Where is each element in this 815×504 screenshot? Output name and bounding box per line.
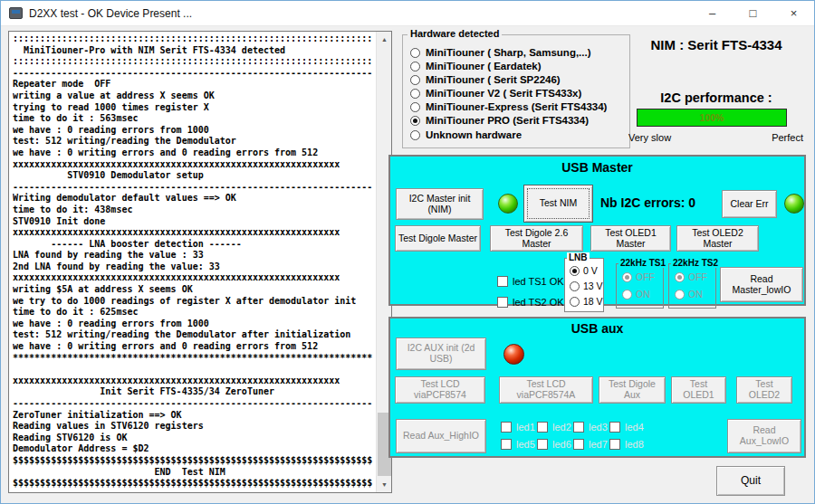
radio-icon [570, 281, 580, 291]
lnb-13v-radio[interactable]: 13 V [570, 281, 603, 291]
led-ts2-ok-label: led TS2 OK [513, 297, 564, 308]
i2c-performance-value: 100% [700, 112, 724, 123]
led1-checkbox[interactable]: led1 [501, 422, 535, 433]
read-aux-highio-button[interactable]: Read Aux_HighIO [396, 419, 486, 453]
led1-label: led1 [516, 422, 535, 433]
usb-aux-title: USB aux [390, 321, 804, 336]
i2c-performance-bar: 100% [637, 109, 787, 127]
tone-ts1-title: 22kHz TS1 [618, 258, 667, 268]
scale-min-label: Very slow [628, 132, 671, 143]
checkbox-icon [537, 422, 548, 433]
led5-checkbox[interactable]: led5 [501, 439, 535, 450]
hardware-option-sharp[interactable]: MiniTiouner ( Sharp, Samsung,...) [410, 46, 591, 59]
i2c-performance-title: I2C performance : [635, 90, 798, 105]
radio-icon [410, 89, 420, 99]
led8-checkbox[interactable]: led8 [609, 439, 644, 450]
led7-label: led7 [589, 439, 608, 450]
hardware-option-label: MiniTiouner V2 ( Serit FTS433x) [426, 88, 581, 99]
checkbox-icon [501, 422, 512, 433]
checkbox-icon [573, 422, 584, 433]
app-icon [9, 7, 23, 19]
title-bar: D2XX test - OK Device Present ... – □ × [1, 1, 814, 26]
radio-icon [410, 116, 420, 126]
ts1-off-radio[interactable]: OFF [622, 271, 655, 282]
scale-max-label: Perfect [772, 132, 803, 143]
checkbox-icon [497, 276, 508, 287]
hardware-detected-group: Hardware detected MiniTiouner ( Sharp, S… [402, 34, 630, 148]
led2-checkbox[interactable]: led2 [537, 422, 571, 433]
test-lcd-pcf8574a-button[interactable]: Test LCD viaPCF8574A [499, 376, 593, 404]
test-oled1-master-button[interactable]: Test OLED1 Master [590, 225, 671, 252]
ts1-off-label: OFF [636, 271, 655, 282]
led6-checkbox[interactable]: led6 [537, 439, 571, 450]
led-ts2-ok-checkbox[interactable]: led TS2 OK [497, 297, 564, 308]
checkbox-icon [537, 439, 548, 450]
ts1-on-radio[interactable]: ON [622, 289, 650, 300]
led6-label: led6 [552, 439, 571, 450]
checkbox-icon [573, 439, 584, 450]
tone-ts2-group: 22kHz TS2 OFF ON [668, 263, 716, 309]
radio-icon [675, 290, 685, 300]
log-text: ::::::::::::::::::::::::::::::::::::::::… [13, 33, 374, 490]
maximize-button[interactable]: □ [733, 1, 773, 25]
test-digole26-master-button[interactable]: Test Digole 2.6 Master [490, 225, 583, 252]
led3-checkbox[interactable]: led3 [573, 422, 608, 433]
radio-icon [675, 272, 685, 282]
radio-icon [570, 266, 580, 276]
hardware-option-sp2246[interactable]: MiniTiouner ( Serit SP2246) [410, 73, 561, 86]
checkbox-icon [609, 439, 620, 450]
radio-icon [410, 48, 420, 58]
hardware-option-v2[interactable]: MiniTiouner V2 ( Serit FTS433x) [410, 87, 581, 100]
radio-icon [410, 130, 420, 140]
minimize-button[interactable]: – [692, 1, 733, 25]
hardware-option-express[interactable]: MiniTiouner-Express (Serit FTS4334) [410, 100, 607, 113]
scroll-up-icon[interactable]: ▲ [377, 32, 392, 47]
ts2-on-radio[interactable]: ON [675, 289, 703, 300]
tone-ts2-title: 22kHz TS2 [671, 258, 720, 268]
lnb-18v-radio[interactable]: 18 V [570, 296, 603, 307]
lnb-0v-radio[interactable]: 0 V [570, 265, 598, 276]
test-lcd-pcf8574-button[interactable]: Test LCD viaPCF8574 [395, 376, 485, 404]
lnb-0v-label: 0 V [583, 265, 598, 276]
led8-label: led8 [625, 439, 644, 450]
read-aux-lowio-button[interactable]: Read Aux_LowIO [727, 419, 801, 453]
led-ts1-ok-checkbox[interactable]: led TS1 OK [497, 276, 564, 287]
test-oled2-aux-button[interactable]: Test OLED2 [736, 376, 792, 404]
hardware-option-eardatek[interactable]: MiniTiouner ( Eardatek) [410, 60, 542, 72]
usb-master-title: USB Master [390, 160, 804, 175]
hardware-option-label: MiniTiouner ( Eardatek) [426, 61, 542, 71]
i2c-aux-init-button[interactable]: I2C AUX init (2d USB) [396, 338, 486, 370]
read-master-lowio-button[interactable]: Read Master_lowIO [720, 267, 803, 302]
log-textarea[interactable]: ::::::::::::::::::::::::::::::::::::::::… [8, 31, 392, 493]
ts2-off-radio[interactable]: OFF [675, 271, 707, 282]
hardware-option-label: Unknown hardware [426, 129, 522, 140]
ts1-on-label: ON [636, 289, 650, 300]
test-oled2-master-button[interactable]: Test OLED2 Master [676, 225, 759, 252]
ts2-off-label: OFF [688, 271, 707, 282]
radio-icon [410, 75, 420, 85]
usb-aux-panel: USB aux I2C AUX init (2d USB) Test LCD v… [388, 317, 806, 458]
nim-label: NIM : Serit FTS-4334 [635, 37, 798, 52]
hardware-option-unknown[interactable]: Unknown hardware [410, 128, 522, 141]
led5-label: led5 [516, 439, 535, 450]
quit-button[interactable]: Quit [716, 466, 785, 496]
scroll-down-icon[interactable]: ▼ [377, 477, 392, 492]
led7-checkbox[interactable]: led7 [573, 439, 608, 450]
lnb-title: LNB [567, 252, 590, 262]
hardware-option-pro[interactable]: MiniTiouner PRO (Serit FTS4334) [410, 114, 589, 127]
led2-label: led2 [552, 422, 571, 433]
test-digole-master-button[interactable]: Test Digole Master [395, 225, 481, 252]
usb-master-panel: USB Master I2C Master init (NIM) Test NI… [388, 155, 806, 306]
led4-checkbox[interactable]: led4 [609, 422, 644, 433]
window-controls: – □ × [692, 1, 814, 25]
radio-icon [570, 297, 580, 307]
clear-err-button[interactable]: Clear Err [722, 190, 777, 218]
i2c-master-init-button[interactable]: I2C Master init (NIM) [396, 188, 484, 220]
led4-label: led4 [625, 422, 644, 433]
test-digole-aux-button[interactable]: Test Digole Aux [599, 376, 666, 404]
radio-icon [410, 62, 420, 71]
master-init-led [498, 194, 518, 214]
test-oled1-aux-button[interactable]: Test OLED1 [671, 376, 726, 404]
close-button[interactable]: × [773, 1, 814, 25]
test-nim-button[interactable]: Test NIM [523, 185, 593, 223]
